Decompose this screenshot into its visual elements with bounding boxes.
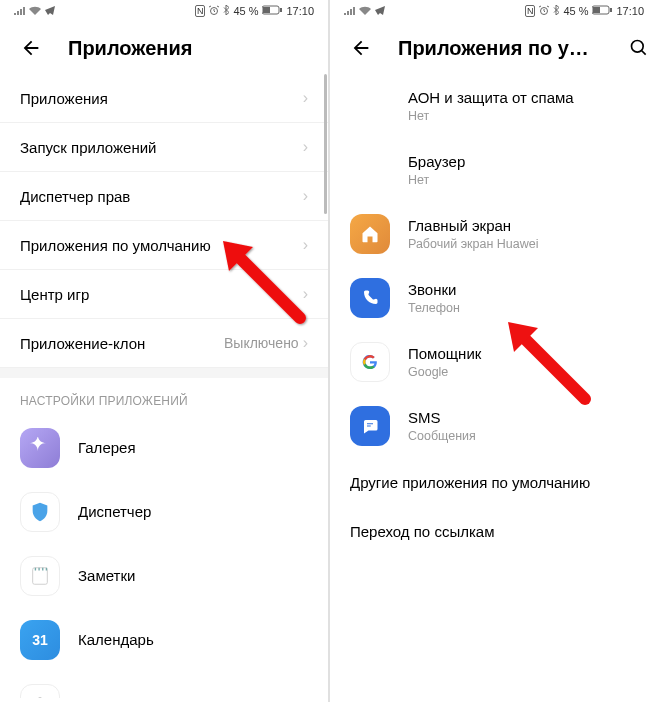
chevron-right-icon: › [303, 334, 308, 352]
item-sub: Google [408, 364, 638, 380]
chevron-right-icon: › [303, 187, 308, 205]
nfc-icon: N [525, 5, 536, 17]
chevron-right-icon: › [303, 89, 308, 107]
item-sub: Телефон [408, 300, 638, 316]
contacts-icon [20, 684, 60, 698]
app-row-dispatcher[interactable]: Диспетчер [0, 480, 328, 544]
svg-rect-3 [280, 8, 282, 12]
svg-rect-9 [610, 8, 612, 12]
row-label: Другие приложения по умолчанию [350, 474, 590, 491]
item-sub: Рабочий экран Huawei [408, 236, 638, 252]
time-label: 17:10 [286, 5, 314, 17]
row-label: Запуск приложений [20, 139, 303, 156]
svg-rect-2 [263, 7, 270, 13]
signal-icon [14, 5, 25, 17]
item-sub: Нет [408, 172, 638, 188]
alarm-icon [539, 5, 549, 17]
calendar-icon: 31 [20, 620, 60, 660]
alarm-icon [209, 5, 219, 17]
gallery-icon [20, 428, 60, 468]
default-row-assistant[interactable]: Помощник Google [330, 330, 658, 394]
app-title: Контакты [78, 694, 308, 698]
signal-icon [344, 5, 355, 17]
calendar-day: 31 [32, 632, 48, 648]
row-label: Приложения по умолчанию [20, 237, 303, 254]
no-icon [350, 86, 390, 126]
row-default-apps[interactable]: Приложения по умолчанию › [0, 221, 328, 270]
row-apps[interactable]: Приложения › [0, 74, 328, 123]
row-game-center[interactable]: Центр игр › [0, 270, 328, 319]
default-row-sms[interactable]: SMS Сообщения [330, 394, 658, 458]
chevron-right-icon: › [303, 236, 308, 254]
row-app-clone[interactable]: Приложение-клон Выключено › [0, 319, 328, 368]
app-row-gallery[interactable]: Галерея [0, 416, 328, 480]
app-row-contacts[interactable]: Контакты [0, 672, 328, 698]
row-other-defaults[interactable]: Другие приложения по умолчанию [330, 458, 658, 507]
app-title: Календарь [78, 630, 308, 650]
app-title: Заметки [78, 566, 308, 586]
row-label: Приложения [20, 90, 303, 107]
bluetooth-icon [553, 5, 559, 17]
item-title: SMS [408, 408, 638, 428]
row-permission-manager[interactable]: Диспетчер прав › [0, 172, 328, 221]
page-title: Приложения по умолча... [398, 37, 602, 60]
app-title: Галерея [78, 438, 308, 458]
chevron-right-icon: › [303, 285, 308, 303]
default-row-browser[interactable]: Браузер Нет [330, 138, 658, 202]
phone-right: N 45 % 17:10 Приложения по умолча... АОН [330, 0, 658, 702]
app-row-calendar[interactable]: 31 Календарь [0, 608, 328, 672]
scrollbar[interactable] [324, 74, 327, 214]
section-divider [0, 368, 328, 378]
time-label: 17:10 [616, 5, 644, 17]
chevron-right-icon: › [303, 138, 308, 156]
battery-icon [262, 5, 282, 17]
item-title: Главный экран [408, 216, 638, 236]
row-link-handling[interactable]: Переход по ссылкам [330, 507, 658, 556]
item-title: Звонки [408, 280, 638, 300]
content-left: Приложения › Запуск приложений › Диспетч… [0, 74, 328, 698]
item-title: Помощник [408, 344, 638, 364]
battery-percent: 45 % [563, 5, 588, 17]
status-bar: N 45 % 17:10 [330, 0, 658, 22]
sms-icon [350, 406, 390, 446]
row-label: Приложение-клон [20, 335, 224, 352]
back-button[interactable] [18, 35, 44, 61]
header: Приложения по умолча... [330, 22, 658, 74]
item-sub: Сообщения [408, 428, 638, 444]
shield-icon [20, 492, 60, 532]
search-button[interactable] [626, 35, 652, 61]
bluetooth-icon [223, 5, 229, 17]
battery-percent: 45 % [233, 5, 258, 17]
svg-rect-8 [593, 7, 600, 13]
row-label: Переход по ссылкам [350, 523, 494, 540]
no-icon [350, 150, 390, 190]
google-icon [350, 342, 390, 382]
notes-icon [20, 556, 60, 596]
telegram-icon [375, 5, 385, 17]
battery-icon [592, 5, 612, 17]
svg-point-10 [632, 41, 644, 53]
wifi-icon [29, 5, 41, 17]
nfc-icon: N [195, 5, 206, 17]
section-header: НАСТРОЙКИ ПРИЛОЖЕНИЙ [0, 378, 328, 416]
default-row-calls[interactable]: Звонки Телефон [330, 266, 658, 330]
default-row-home[interactable]: Главный экран Рабочий экран Huawei [330, 202, 658, 266]
back-button[interactable] [348, 35, 374, 61]
row-app-launch[interactable]: Запуск приложений › [0, 123, 328, 172]
phone-icon [350, 278, 390, 318]
app-title: Диспетчер [78, 502, 308, 522]
home-icon [350, 214, 390, 254]
item-sub: Нет [408, 108, 638, 124]
row-label: Диспетчер прав [20, 188, 303, 205]
app-row-notes[interactable]: Заметки [0, 544, 328, 608]
telegram-icon [45, 5, 55, 17]
row-value: Выключено [224, 335, 299, 351]
content-right: АОН и защита от спама Нет Браузер Нет Гл… [330, 74, 658, 698]
phone-left: N 45 % 17:10 Приложения [0, 0, 328, 702]
header: Приложения [0, 22, 328, 74]
page-title: Приложения [68, 37, 322, 60]
item-title: Браузер [408, 152, 638, 172]
default-row-caller-id[interactable]: АОН и защита от спама Нет [330, 74, 658, 138]
status-bar: N 45 % 17:10 [0, 0, 328, 22]
wifi-icon [359, 5, 371, 17]
